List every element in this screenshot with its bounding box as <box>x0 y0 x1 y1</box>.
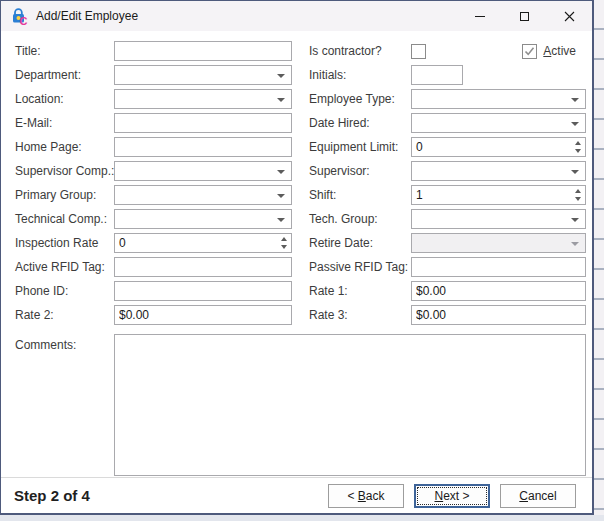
rate2-label: Rate 2: <box>15 308 114 322</box>
svg-text:C: C <box>20 15 28 26</box>
chevron-down-icon <box>277 194 285 198</box>
retire-date-select <box>411 233 586 253</box>
home-page-label: Home Page: <box>15 140 114 154</box>
date-hired-select[interactable] <box>411 113 586 133</box>
minimize-icon <box>475 16 485 17</box>
title-field[interactable] <box>114 41 292 61</box>
email-field[interactable] <box>114 113 292 133</box>
primary-group-select[interactable] <box>114 185 292 205</box>
add-edit-employee-dialog: C Add/Edit Employee Title: Is contractor… <box>0 0 594 515</box>
checkbox-cell: Active <box>411 44 586 59</box>
maximize-icon <box>520 12 529 21</box>
shift-stepper[interactable]: 1 <box>411 185 586 205</box>
form-row: Technical Comp.: Tech. Group: <box>15 207 592 231</box>
rate3-field[interactable] <box>411 305 586 325</box>
rate1-label: Rate 1: <box>309 284 411 298</box>
step-indicator: Step 2 of 4 <box>14 487 90 504</box>
inspection-rate-value: 0 <box>119 236 126 250</box>
supervisor-select[interactable] <box>411 161 586 181</box>
department-select[interactable] <box>114 65 292 85</box>
lock-app-icon: C <box>10 7 28 25</box>
form-row: Department: Initials: <box>15 63 592 87</box>
close-icon <box>564 11 575 22</box>
is-contractor-checkbox[interactable] <box>411 44 426 59</box>
active-rfid-tag-field[interactable] <box>114 257 292 277</box>
location-label: Location: <box>15 92 114 106</box>
form-row: Inspection Rate 0 Retire Date: <box>15 231 592 255</box>
title-label: Title: <box>15 44 114 58</box>
passive-rfid-tag-label: Passive RFID Tag: <box>309 260 411 274</box>
tech-group-select[interactable] <box>411 209 586 229</box>
rate1-field[interactable] <box>411 281 586 301</box>
shift-value: 1 <box>416 188 423 202</box>
employee-type-select[interactable] <box>411 89 586 109</box>
form-body: Title: Is contractor? Active Department: <box>1 31 592 476</box>
chevron-down-icon <box>571 218 579 222</box>
chevron-down-icon <box>571 122 579 126</box>
back-button[interactable]: < Back <box>328 484 404 508</box>
form-row: Location: Employee Type: <box>15 87 592 111</box>
form-row: E-Mail: Date Hired: <box>15 111 592 135</box>
up-down-arrows-icon[interactable] <box>575 189 581 201</box>
chevron-down-icon <box>277 74 285 78</box>
active-rfid-tag-label: Active RFID Tag: <box>15 260 114 274</box>
passive-rfid-tag-field[interactable] <box>411 257 586 277</box>
technical-comp-label: Technical Comp.: <box>15 212 114 226</box>
form-row: Title: Is contractor? Active <box>15 39 592 63</box>
inspection-rate-stepper[interactable]: 0 <box>114 233 292 253</box>
equipment-limit-stepper[interactable]: 0 <box>411 137 586 157</box>
supervisor-comp-select[interactable] <box>114 161 292 181</box>
next-button[interactable]: Next > <box>414 484 490 508</box>
caption-buttons <box>457 1 592 31</box>
form-row: Phone ID: Rate 1: <box>15 279 592 303</box>
phone-id-field[interactable] <box>114 281 292 301</box>
rate2-field[interactable] <box>114 305 292 325</box>
phone-id-label: Phone ID: <box>15 284 114 298</box>
primary-group-label: Primary Group: <box>15 188 114 202</box>
email-label: E-Mail: <box>15 116 114 130</box>
initials-field[interactable] <box>411 65 463 85</box>
technical-comp-select[interactable] <box>114 209 292 229</box>
maximize-button[interactable] <box>502 1 547 31</box>
chevron-down-icon <box>277 218 285 222</box>
tech-group-label: Tech. Group: <box>309 212 411 226</box>
background-bottom-strip <box>0 515 604 521</box>
footer-bar: Step 2 of 4 < Back Next > Cancel <box>1 477 592 513</box>
inspection-rate-label: Inspection Rate <box>15 236 114 250</box>
checkmark-icon <box>524 46 535 57</box>
comments-field[interactable] <box>114 334 586 476</box>
title-bar: C Add/Edit Employee <box>1 1 592 31</box>
location-select[interactable] <box>114 89 292 109</box>
chevron-down-icon <box>571 242 579 246</box>
window-title: Add/Edit Employee <box>36 9 138 23</box>
cancel-button[interactable]: Cancel <box>500 484 576 508</box>
up-down-arrows-icon[interactable] <box>281 237 287 249</box>
form-row: Supervisor Comp.: Supervisor: <box>15 159 592 183</box>
active-checkbox[interactable] <box>522 44 537 59</box>
chevron-down-icon <box>277 98 285 102</box>
chevron-down-icon <box>571 98 579 102</box>
supervisor-label: Supervisor: <box>309 164 411 178</box>
footer-buttons: < Back Next > Cancel <box>328 484 576 508</box>
home-page-field[interactable] <box>114 137 292 157</box>
equipment-limit-label: Equipment Limit: <box>309 140 411 154</box>
up-down-arrows-icon[interactable] <box>575 141 581 153</box>
form-row: Rate 2: Rate 3: <box>15 303 592 327</box>
retire-date-label: Retire Date: <box>309 236 411 250</box>
background-window-strip <box>593 0 604 521</box>
form-row: Active RFID Tag: Passive RFID Tag: <box>15 255 592 279</box>
form-row: Home Page: Equipment Limit: 0 <box>15 135 592 159</box>
form-row: Primary Group: Shift: 1 <box>15 183 592 207</box>
initials-cell <box>411 65 586 85</box>
department-label: Department: <box>15 68 114 82</box>
active-checkbox-group: Active <box>522 44 576 59</box>
date-hired-label: Date Hired: <box>309 116 411 130</box>
close-button[interactable] <box>547 1 592 31</box>
comments-row: Comments: <box>15 334 592 476</box>
equipment-limit-value: 0 <box>416 140 423 154</box>
comments-label: Comments: <box>15 334 114 352</box>
employee-type-label: Employee Type: <box>309 92 411 106</box>
minimize-button[interactable] <box>457 1 502 31</box>
initials-label: Initials: <box>309 68 411 82</box>
supervisor-comp-label: Supervisor Comp.: <box>15 164 114 178</box>
